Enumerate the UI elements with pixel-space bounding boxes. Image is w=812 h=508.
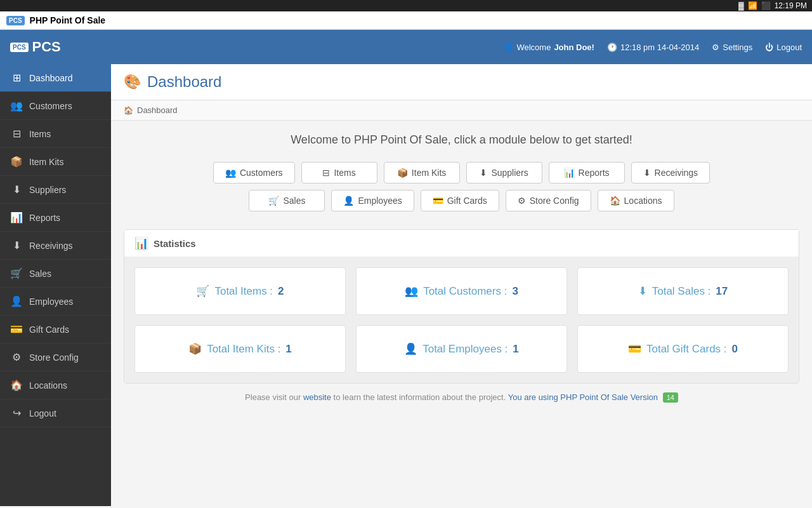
sidebar-item-sales[interactable]: 🛒 Sales (0, 260, 111, 288)
module-btn-locations[interactable]: 🏠 Locations (598, 190, 674, 211)
module-btn-customers[interactable]: 👥 Customers (213, 162, 295, 184)
welcome-label: Welcome (516, 43, 551, 52)
stat-employees-label: Total Employees : (422, 343, 508, 356)
stat-items-label: Total Items : (214, 285, 273, 298)
stat-card-total-sales: ⬇ Total Sales : 17 (577, 267, 789, 315)
stat-items-icon: 🛒 (196, 284, 209, 298)
sidebar-item-logout[interactable]: ↪ Logout (0, 399, 111, 427)
btn-sales-label: Sales (283, 196, 305, 206)
sidebar-item-dashboard[interactable]: ⊞ Dashboard (0, 64, 111, 92)
stat-employees-icon: 👤 (404, 342, 417, 356)
footer-website-link[interactable]: website (303, 392, 331, 402)
stat-sales-value: 17 (716, 285, 728, 298)
module-row-1: 👥 Customers ⊟ Items 📦 Item Kits ⬇ Suppli… (213, 162, 710, 184)
settings-link[interactable]: ⚙ Settings (712, 43, 752, 52)
footer-text-after: to learn the latest information about th… (334, 392, 506, 402)
module-buttons: 👥 Customers ⊟ Items 📦 Item Kits ⬇ Suppli… (124, 162, 799, 211)
btn-items-icon: ⊟ (322, 168, 330, 178)
sidebar-label-store-config: Store Config (29, 352, 79, 363)
customers-icon: 👥 (10, 100, 23, 112)
stat-sales-icon: ⬇ (638, 284, 647, 298)
stat-item-kits-value: 1 (285, 343, 291, 356)
stat-card-total-items: 🛒 Total Items : 2 (134, 267, 346, 315)
module-btn-receivings[interactable]: ⬇ Receivings (631, 162, 710, 184)
sidebar-item-locations[interactable]: 🏠 Locations (0, 371, 111, 399)
sidebar-label-receivings: Receivings (29, 241, 72, 251)
content-area: Welcome to PHP Point Of Sale, click a mo… (111, 121, 812, 424)
sidebar-label-locations: Locations (29, 380, 67, 391)
main-content: 🎨 Dashboard 🏠 Dashboard Welcome to PHP P… (111, 64, 812, 506)
nav-time: 🕐 12:18 pm 14-04-2014 (607, 43, 699, 52)
btn-gift-cards-icon: 💳 (433, 196, 443, 206)
stat-sales-label: Total Sales : (652, 285, 711, 298)
stat-card-total-customers: 👥 Total Customers : 3 (356, 267, 567, 315)
sidebar-item-customers[interactable]: 👥 Customers (0, 92, 111, 120)
user-icon: 👤 (503, 43, 513, 52)
employees-icon: 👤 (10, 295, 23, 307)
btn-items-label: Items (334, 168, 355, 178)
sidebar-item-store-config[interactable]: ⚙ Store Config (0, 344, 111, 371)
sidebar-item-reports[interactable]: 📊 Reports (0, 204, 111, 232)
module-btn-store-config[interactable]: ⚙ Store Config (506, 190, 591, 211)
logo-box: PCS (10, 43, 29, 52)
power-icon: ⏻ (765, 43, 773, 52)
stat-item-kits-label: Total Item Kits : (207, 343, 280, 356)
sidebar-item-item-kits[interactable]: 📦 Item Kits (0, 148, 111, 176)
sidebar-item-suppliers[interactable]: ⬇ Suppliers (0, 176, 111, 204)
sidebar-label-suppliers: Suppliers (29, 185, 66, 195)
sidebar-label-sales: Sales (29, 269, 51, 279)
item-kits-icon: 📦 (10, 156, 23, 168)
sales-icon: 🛒 (10, 267, 23, 279)
logout-link[interactable]: ⏻ Logout (765, 43, 802, 52)
welcome-user: 👤 Welcome John Doe! (503, 43, 594, 52)
btn-store-config-icon: ⚙ (518, 196, 526, 206)
breadcrumb-text: Dashboard (137, 105, 178, 115)
module-btn-employees[interactable]: 👤 Employees (331, 190, 414, 211)
home-icon: 🏠 (124, 106, 133, 115)
btn-item-kits-label: Item Kits (412, 168, 446, 178)
sidebar-label-items: Items (29, 129, 51, 139)
sidebar-item-items[interactable]: ⊟ Items (0, 120, 111, 148)
stat-items-value: 2 (278, 285, 284, 298)
username: John Doe! (554, 43, 594, 52)
sidebar-item-gift-cards[interactable]: 💳 Gift Cards (0, 316, 111, 344)
btn-receivings-label: Receivings (655, 168, 698, 178)
stat-customers-icon: 👥 (405, 284, 418, 298)
module-btn-reports[interactable]: 📊 Reports (549, 162, 625, 184)
store-config-icon: ⚙ (10, 351, 23, 363)
wifi-icon: ⬛ (761, 1, 771, 10)
sidebar-logout-icon: ↪ (10, 407, 23, 419)
sidebar-label-item-kits: Item Kits (29, 157, 63, 167)
module-btn-gift-cards[interactable]: 💳 Gift Cards (421, 190, 499, 211)
stat-customers-label: Total Customers : (423, 285, 507, 298)
version-notice: You are using PHP Point Of Sale Version … (508, 392, 678, 402)
stat-gift-cards-icon: 💳 (628, 342, 641, 356)
btn-store-config-label: Store Config (530, 196, 579, 206)
stats-header: 📊 Statistics (124, 230, 799, 257)
status-time: 12:19 PM (775, 1, 807, 10)
title-bar: PCS PHP Point Of Sale (0, 11, 812, 30)
stat-card-total-gift-cards: 💳 Total Gift Cards : 0 (577, 325, 789, 373)
stat-customers-value: 3 (512, 285, 518, 298)
sidebar-item-receivings[interactable]: ⬇ Receivings (0, 232, 111, 260)
status-bar: ▓ 📶 ⬛ 12:19 PM (0, 0, 812, 11)
top-nav: PCS PCS 👤 Welcome John Doe! 🕐 12:18 pm 1… (0, 30, 812, 64)
module-btn-suppliers[interactable]: ⬇ Suppliers (466, 162, 542, 184)
module-btn-items[interactable]: ⊟ Items (301, 162, 377, 184)
stat-item-kits-icon: 📦 (188, 342, 202, 356)
receivings-icon: ⬇ (10, 239, 23, 251)
btn-sales-icon: 🛒 (268, 196, 279, 206)
btn-item-kits-icon: 📦 (397, 168, 408, 178)
battery-icon: ▓ (738, 1, 744, 10)
module-btn-item-kits[interactable]: 📦 Item Kits (384, 162, 460, 184)
gift-cards-icon: 💳 (10, 323, 23, 335)
logout-label: Logout (776, 43, 802, 52)
sidebar-label-dashboard: Dashboard (29, 73, 73, 83)
sidebar-item-employees[interactable]: 👤 Employees (0, 288, 111, 316)
signal-icon: 📶 (748, 1, 757, 10)
sidebar-label-employees: Employees (29, 297, 73, 307)
stat-gift-cards-label: Total Gift Cards : (646, 343, 727, 356)
logo-text: PCS (32, 39, 61, 55)
module-btn-sales[interactable]: 🛒 Sales (249, 190, 325, 211)
btn-locations-label: Locations (624, 196, 662, 206)
